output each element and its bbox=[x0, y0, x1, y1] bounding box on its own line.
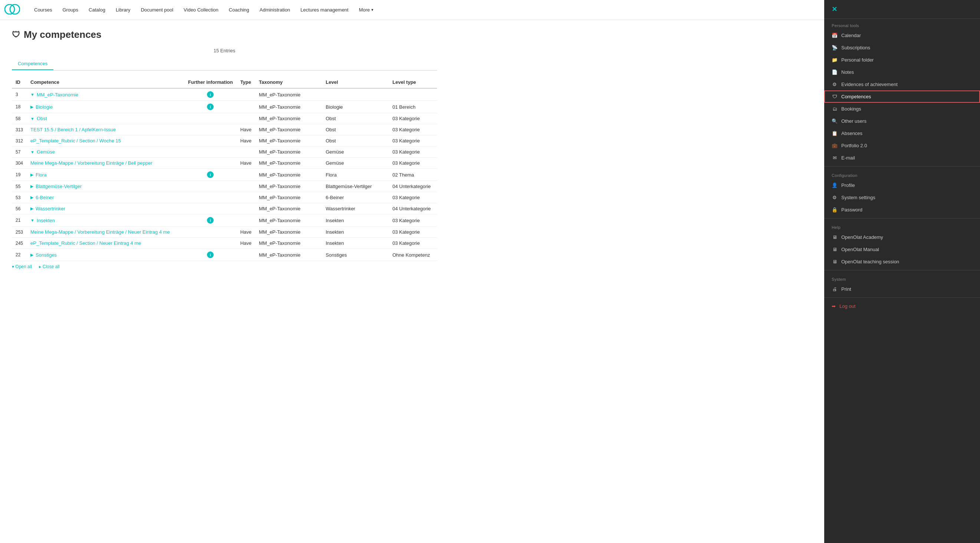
row-competence[interactable]: eP_Template_Rubric / Section / Neuer Ein… bbox=[27, 238, 185, 249]
info-icon[interactable]: i bbox=[207, 91, 214, 98]
row-competence[interactable]: TEST 15.5 / Bereich 1 / ApfelKern-Issue bbox=[27, 124, 185, 135]
nav-link-groups[interactable]: Groups bbox=[57, 0, 83, 20]
competences-shield-icon: 🛡 bbox=[832, 94, 838, 99]
nav-link-catalog[interactable]: Catalog bbox=[83, 0, 111, 20]
row-competence[interactable]: ▼MM_eP-Taxonomie bbox=[27, 88, 185, 101]
row-competence[interactable]: ▶Sonstiges bbox=[27, 249, 185, 261]
row-type: Have bbox=[237, 238, 255, 249]
divider-1 bbox=[824, 166, 980, 167]
tree-toggle[interactable]: ▶ bbox=[30, 253, 33, 257]
row-competence[interactable]: ▼Obst bbox=[27, 113, 185, 124]
personal-tools-label: Personal tools bbox=[824, 19, 980, 29]
info-icon[interactable]: i bbox=[207, 104, 214, 110]
row-type: Have bbox=[237, 135, 255, 146]
profile-icon: 👤 bbox=[832, 183, 838, 188]
row-level: Obst bbox=[322, 135, 389, 146]
close-all-link[interactable]: ▸ Close all bbox=[39, 264, 59, 269]
sidebar-item-password[interactable]: 🔒 Password bbox=[824, 204, 980, 216]
tree-toggle[interactable]: ▼ bbox=[30, 150, 35, 154]
calendar-icon: 📅 bbox=[832, 33, 838, 38]
sidebar-item-profile[interactable]: 👤 Profile bbox=[824, 179, 980, 191]
bookings-label: Bookings bbox=[841, 106, 861, 111]
password-label: Password bbox=[841, 207, 862, 213]
row-competence[interactable]: ▼Insekten bbox=[27, 214, 185, 227]
sidebar-item-other-users[interactable]: 🔍 Other users bbox=[824, 115, 980, 127]
main-content: 🛡 My competences 15 Entries Competences … bbox=[0, 20, 449, 278]
row-level-type: 03 Kategorie bbox=[389, 135, 437, 146]
subscriptions-label: Subscriptions bbox=[841, 45, 870, 51]
row-info bbox=[185, 181, 237, 192]
row-competence[interactable]: ▶Blattgemüse-Vertilger bbox=[27, 181, 185, 192]
row-info[interactable]: i bbox=[185, 249, 237, 261]
nav-link-more[interactable]: More ▾ bbox=[353, 0, 379, 20]
sidebar-item-system-settings[interactable]: ⚙ System settings bbox=[824, 191, 980, 204]
row-info[interactable]: i bbox=[185, 214, 237, 227]
nav-link-lectures-management[interactable]: Lectures management bbox=[295, 0, 353, 20]
row-competence[interactable]: eP_Template_Rubric / Section / Woche 15 bbox=[27, 135, 185, 146]
sidebar-item-openolat-manual[interactable]: 🖥 OpenOlat Manual bbox=[824, 243, 980, 256]
row-taxonomy: MM_eP-Taxonomie bbox=[255, 158, 322, 169]
row-info[interactable]: i bbox=[185, 169, 237, 181]
app-logo[interactable] bbox=[5, 4, 20, 16]
nav-link-administration[interactable]: Administration bbox=[255, 0, 295, 20]
sidebar-item-absences[interactable]: 📋 Absences bbox=[824, 127, 980, 139]
row-taxonomy: MM_eP-Taxonomie bbox=[255, 203, 322, 214]
row-competence[interactable]: ▶Flora bbox=[27, 169, 185, 181]
row-id: 55 bbox=[12, 181, 27, 192]
competence-name: Obst bbox=[37, 116, 47, 121]
tree-toggle[interactable]: ▶ bbox=[30, 195, 33, 200]
table-row: 253Meine Mega-Mappe / Vorbereitung Eintr… bbox=[12, 227, 437, 238]
row-type bbox=[237, 249, 255, 261]
row-info[interactable]: i bbox=[185, 88, 237, 101]
tree-toggle[interactable]: ▶ bbox=[30, 172, 33, 177]
row-info[interactable]: i bbox=[185, 101, 237, 113]
sidebar-item-evidences[interactable]: ⚙ Evidences of achievement bbox=[824, 78, 980, 91]
info-icon[interactable]: i bbox=[207, 171, 214, 178]
row-competence[interactable]: ▼Gemüse bbox=[27, 146, 185, 158]
col-header-type: Type bbox=[237, 76, 255, 88]
tree-toggle[interactable]: ▶ bbox=[30, 206, 33, 211]
tab-competences[interactable]: Competences bbox=[12, 58, 53, 70]
system-label: System bbox=[824, 272, 980, 278]
sidebar-item-notes[interactable]: 📄 Notes bbox=[824, 66, 980, 78]
tree-toggle[interactable]: ▼ bbox=[30, 218, 35, 223]
open-all-link[interactable]: ▾ Open all bbox=[12, 264, 32, 269]
row-level bbox=[322, 88, 389, 101]
row-competence[interactable]: ▶6-Beiner bbox=[27, 192, 185, 203]
sidebar-item-bookings[interactable]: 🗂 Bookings bbox=[824, 103, 980, 115]
row-competence[interactable]: ▶Biologie bbox=[27, 101, 185, 113]
competence-name: Meine Mega-Mappe / Vorbereitung Einträge… bbox=[30, 229, 170, 235]
row-level-type: 04 Unterkategorie bbox=[389, 203, 437, 214]
sidebar-item-portfolio[interactable]: 💼 Portfolio 2.0 bbox=[824, 139, 980, 152]
nav-link-coaching[interactable]: Coaching bbox=[224, 0, 255, 20]
nav-link-courses[interactable]: Courses bbox=[29, 0, 57, 20]
row-competence[interactable]: Meine Mega-Mappe / Vorbereitung Einträge… bbox=[27, 227, 185, 238]
row-competence[interactable]: ▶Wassertrinker bbox=[27, 203, 185, 214]
row-level: Obst bbox=[322, 124, 389, 135]
sidebar-item-personal-folder[interactable]: 📁 Personal folder bbox=[824, 54, 980, 66]
tree-toggle[interactable]: ▶ bbox=[30, 105, 33, 110]
row-id: 56 bbox=[12, 203, 27, 214]
row-competence[interactable]: Meine Mega-Mappe / Vorbereitung Einträge… bbox=[27, 158, 185, 169]
sidebar-item-openolat-teaching[interactable]: 🖥 OpenOlat teaching session bbox=[824, 256, 980, 268]
tree-toggle[interactable]: ▼ bbox=[30, 92, 35, 97]
nav-link-library[interactable]: Library bbox=[111, 0, 136, 20]
sidebar-item-competences[interactable]: 🛡 Competences Competences bbox=[824, 91, 980, 103]
row-taxonomy: MM_eP-Taxonomie bbox=[255, 135, 322, 146]
competence-name: Wassertrinker bbox=[36, 206, 65, 212]
row-level: Sonstiges bbox=[322, 249, 389, 261]
sidebar-item-openolat-academy[interactable]: 🖥 OpenOlat Academy bbox=[824, 231, 980, 243]
sidebar-item-email[interactable]: ✉ E-mail bbox=[824, 152, 980, 164]
row-type: Have bbox=[237, 124, 255, 135]
info-icon[interactable]: i bbox=[207, 217, 214, 224]
info-icon[interactable]: i bbox=[207, 252, 214, 258]
sidebar-item-calendar[interactable]: 📅 Calendar bbox=[824, 29, 980, 41]
nav-link-document-pool[interactable]: Document pool bbox=[136, 0, 178, 20]
nav-link-video-collection[interactable]: Video Collection bbox=[178, 0, 224, 20]
shield-icon: 🛡 bbox=[12, 30, 20, 40]
tree-toggle[interactable]: ▼ bbox=[30, 116, 35, 121]
sidebar-item-subscriptions[interactable]: 📡 Subscriptions bbox=[824, 41, 980, 54]
close-button[interactable]: ✕ bbox=[832, 5, 837, 13]
tree-toggle[interactable]: ▶ bbox=[30, 184, 33, 189]
col-header-level: Level bbox=[322, 76, 389, 88]
